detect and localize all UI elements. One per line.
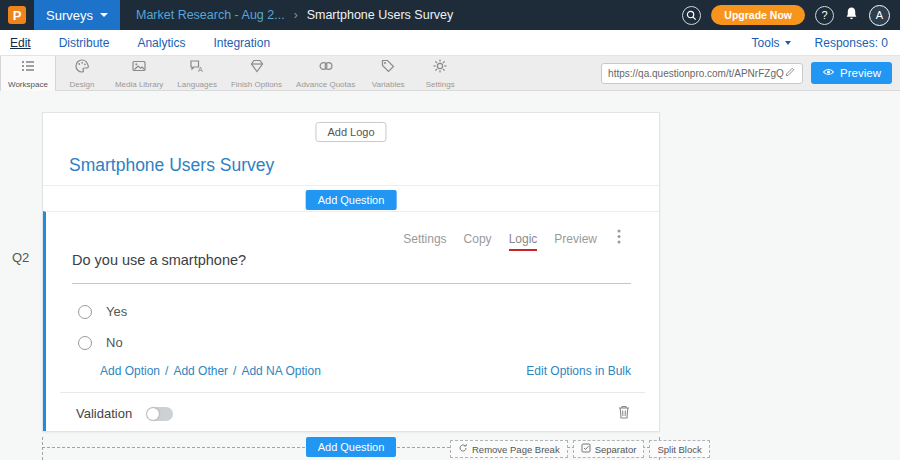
notifications-bell-icon[interactable] [844, 6, 859, 25]
editor-toolbar: Workspace Design Media Library A Languag… [0, 56, 900, 91]
design-palette-icon [74, 58, 90, 78]
question-number-label: Q2 [12, 250, 29, 265]
image-icon [131, 58, 147, 78]
toolbar-item-media-library[interactable]: Media Library [108, 56, 170, 91]
question-menu: Settings Copy Logic Preview [403, 232, 597, 251]
surveys-dropdown-label: Surveys [46, 8, 93, 23]
toolbar-item-label: Languages [177, 80, 217, 89]
questionpro-logo: P [8, 6, 26, 24]
tag-icon [380, 58, 396, 78]
toolbar-item-label: Settings [426, 80, 455, 89]
top-bar: P Surveys Market Research - Aug 2... › S… [0, 0, 900, 30]
question-copy-link[interactable]: Copy [464, 232, 492, 251]
topbar-actions: Upgrade Now ? A [682, 5, 890, 26]
toolbar-item-label: Design [69, 80, 94, 89]
workspace-icon [20, 58, 36, 78]
breadcrumb-parent-link[interactable]: Market Research - Aug 2... [136, 8, 285, 22]
add-logo-button[interactable]: Add Logo [315, 122, 386, 142]
gear-icon [432, 58, 448, 78]
toolbar-item-variables[interactable]: Variables [362, 56, 414, 91]
finish-options-diamond-icon [249, 58, 265, 78]
help-icon[interactable]: ? [815, 6, 834, 25]
add-question-button-bottom[interactable]: Add Question [306, 437, 397, 457]
tools-dropdown[interactable]: Tools [752, 36, 791, 50]
survey-title[interactable]: Smartphone Users Survey [69, 155, 274, 176]
answer-option-row: Yes [78, 304, 127, 319]
question-block: Settings Copy Logic Preview Do you use a… [43, 211, 659, 431]
nav-tabs: Edit Distribute Analytics Integration [0, 36, 270, 50]
user-avatar[interactable]: A [869, 5, 890, 26]
validation-toggle[interactable] [146, 407, 173, 421]
toolbar-item-settings[interactable]: Settings [414, 56, 466, 91]
toolbar-item-label: Workspace [8, 80, 48, 89]
add-option-link[interactable]: Add Option [100, 364, 160, 378]
answer-option-label[interactable]: No [106, 335, 123, 350]
edit-url-pencil-icon[interactable] [784, 66, 796, 80]
eye-icon [822, 66, 835, 80]
split-block-label: Split Block [657, 444, 701, 455]
toolbar-item-label: Advance Quotas [296, 80, 355, 89]
toolbar-item-finish-options[interactable]: Finish Options [224, 56, 289, 91]
add-other-link[interactable]: Add Other [173, 364, 228, 378]
question-preview-link[interactable]: Preview [554, 232, 597, 251]
remove-page-break-label: Remove Page Break [472, 444, 560, 455]
question-text-input[interactable]: Do you use a smartphone? [72, 252, 631, 284]
tab-integration[interactable]: Integration [213, 36, 270, 50]
separator-label: Separator [595, 444, 637, 455]
breadcrumb: Market Research - Aug 2... › Smartphone … [136, 8, 453, 22]
edit-options-in-bulk-link[interactable]: Edit Options in Bulk [526, 364, 631, 378]
answer-option-label[interactable]: Yes [106, 304, 127, 319]
divider [60, 392, 645, 393]
preview-button[interactable]: Preview [811, 62, 892, 84]
question-logic-link[interactable]: Logic [509, 232, 538, 251]
app-window: P Surveys Market Research - Aug 2... › S… [0, 0, 900, 460]
toggle-knob [147, 408, 159, 420]
page-break-controls: Remove Page Break Separator Split Block [450, 440, 710, 458]
toolbar-item-design[interactable]: Design [56, 56, 108, 91]
toolbar-item-label: Media Library [115, 80, 163, 89]
link-separator: / [233, 364, 236, 378]
nav-right: Tools Responses: 0 [752, 36, 900, 50]
add-question-button-top[interactable]: Add Question [306, 190, 397, 210]
surveys-dropdown[interactable]: Surveys [34, 0, 120, 30]
delete-question-trash-icon[interactable] [617, 404, 631, 424]
section-nav: Edit Distribute Analytics Integration To… [0, 30, 900, 56]
toolbar-right: https://qa.questionpro.com/t/APNrFZgQ Pr… [601, 62, 892, 84]
kebab-menu-icon[interactable] [617, 229, 621, 248]
svg-text:A: A [198, 66, 203, 73]
survey-url-field[interactable]: https://qa.questionpro.com/t/APNrFZgQ [601, 63, 803, 84]
upgrade-now-button[interactable]: Upgrade Now [711, 5, 805, 25]
checkbox-icon [581, 443, 591, 455]
toolbar-item-languages[interactable]: A Languages [170, 56, 224, 91]
toolbar-item-advance-quotas[interactable]: Advance Quotas [289, 56, 362, 91]
separator-button[interactable]: Separator [573, 440, 645, 458]
survey-card: Add Logo Smartphone Users Survey Add Que… [42, 112, 660, 432]
toolbar-item-label: Variables [372, 80, 405, 89]
tab-distribute[interactable]: Distribute [59, 36, 110, 50]
breadcrumb-current: Smartphone Users Survey [307, 8, 454, 22]
radio-button[interactable] [78, 336, 92, 350]
survey-url-text: https://qa.questionpro.com/t/APNrFZgQ [608, 68, 784, 79]
preview-label: Preview [840, 67, 881, 79]
remove-page-break-button[interactable]: Remove Page Break [450, 440, 568, 458]
toolbar-item-label: Finish Options [231, 80, 282, 89]
tools-label: Tools [752, 36, 780, 50]
validation-row: Validation [76, 406, 173, 421]
add-na-option-link[interactable]: Add NA Option [241, 364, 320, 378]
chevron-down-icon [785, 41, 791, 45]
split-block-button[interactable]: Split Block [649, 440, 709, 458]
search-icon[interactable] [682, 6, 701, 25]
radio-button[interactable] [78, 305, 92, 319]
link-separator: / [165, 364, 168, 378]
divider [43, 185, 659, 186]
quotas-loop-icon [318, 58, 334, 78]
tab-edit[interactable]: Edit [10, 36, 31, 50]
responses-count[interactable]: Responses: 0 [815, 36, 888, 50]
chevron-down-icon [100, 13, 108, 17]
option-links-row: Add Option / Add Other / Add NA Option [100, 364, 321, 378]
breadcrumb-separator: › [294, 8, 298, 22]
languages-icon: A [189, 58, 205, 78]
question-settings-link[interactable]: Settings [403, 232, 446, 251]
toolbar-item-workspace[interactable]: Workspace [0, 56, 56, 91]
tab-analytics[interactable]: Analytics [137, 36, 185, 50]
